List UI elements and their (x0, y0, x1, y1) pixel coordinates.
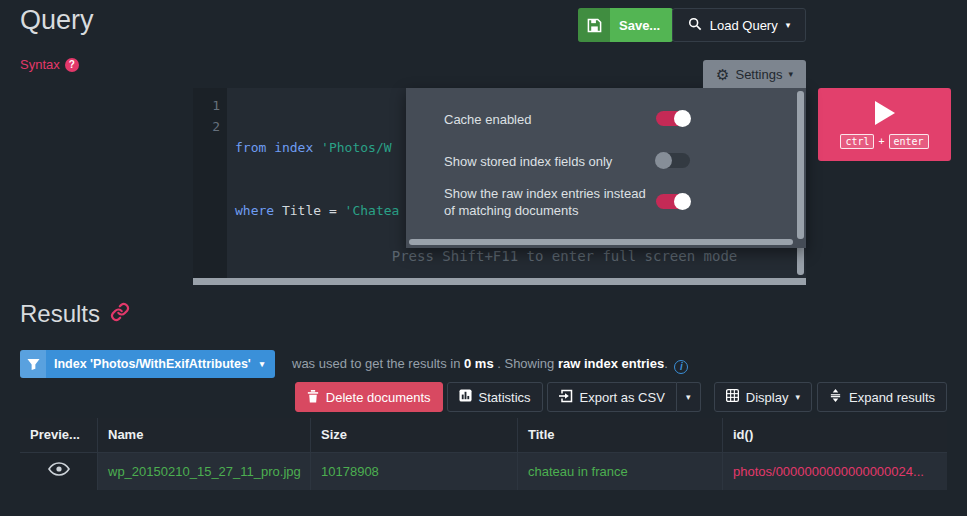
delete-documents-button[interactable]: Delete documents (295, 382, 443, 412)
page-title: Query (20, 5, 94, 36)
editor-code[interactable]: from index 'Photos/W where Title = 'Chat… (235, 95, 399, 263)
save-icon (578, 8, 610, 42)
toggle-knob (674, 110, 691, 127)
column-header-preview[interactable]: Previe... (20, 418, 97, 452)
results-table: Previe... Name Size Title id() wp_201502… (20, 418, 947, 490)
search-icon (688, 17, 702, 34)
export-csv-label: Export as CSV (580, 390, 665, 405)
syntax-help-link[interactable]: Syntax ? (20, 57, 79, 72)
kbd-ctrl: ctrl (840, 134, 874, 149)
line-number: 2 (193, 116, 220, 137)
results-info-text: was used to get the results in 0 ms . Sh… (292, 350, 688, 378)
chevron-down-icon: ▾ (795, 393, 800, 402)
export-icon (559, 389, 573, 406)
help-icon: ? (65, 58, 79, 72)
save-button[interactable]: Save... (578, 8, 673, 42)
editor-horizontal-scrollbar[interactable] (193, 278, 806, 285)
code-line-2: where Title = 'Chatea (235, 200, 399, 221)
export-options-button[interactable]: ▾ (677, 382, 701, 412)
toggle-cache-enabled[interactable] (656, 111, 690, 126)
grid-icon (726, 389, 739, 405)
column-header-title[interactable]: Title (517, 418, 722, 452)
chevron-down-icon: ▾ (260, 360, 265, 369)
statistics-button[interactable]: Statistics (447, 382, 543, 412)
delete-documents-label: Delete documents (326, 390, 431, 405)
settings-dropdown: Cache enabled Show stored index fields o… (406, 88, 806, 248)
statistics-icon (459, 389, 472, 405)
column-header-name[interactable]: Name (97, 418, 310, 452)
results-title-text: Results (20, 300, 100, 328)
query-time: 0 ms (464, 356, 494, 371)
run-shortcut: ctrl + enter (840, 134, 928, 149)
gear-icon: ⚙ (716, 67, 729, 82)
results-heading: Results (20, 300, 130, 328)
link-icon[interactable] (110, 300, 130, 328)
setting-label-stored-fields: Show stored index fields only (444, 153, 612, 170)
table-row: wp_20150210_15_27_11_pro.jpg 10178908 ch… (20, 452, 947, 490)
toggle-knob (674, 193, 691, 210)
column-header-id[interactable]: id() (722, 418, 947, 452)
kbd-plus: + (878, 136, 884, 147)
settings-button[interactable]: ⚙ Settings ▾ (703, 60, 806, 88)
expand-results-button[interactable]: Expand results (817, 382, 947, 412)
setting-label-raw-entries: Show the raw index entries instead of ma… (444, 185, 649, 219)
raw-entries-highlight: raw index entries (558, 356, 664, 371)
statistics-label: Statistics (479, 390, 531, 405)
info-icon[interactable]: i (674, 360, 688, 374)
load-query-label: Load Query (710, 18, 778, 33)
cell-document-id-link[interactable]: photos/0000000000000000024... (722, 453, 947, 490)
run-query-button[interactable]: ctrl + enter (818, 88, 951, 161)
index-used-button[interactable]: Index 'Photos/WithExifAttributes' ▾ (20, 350, 275, 378)
cell-name-link[interactable]: wp_20150210_15_27_11_pro.jpg (97, 453, 310, 490)
expand-icon (829, 389, 842, 405)
editor-gutter: 1 2 (193, 88, 227, 285)
results-toolbar: Delete documents Statistics Export as CS… (290, 382, 947, 412)
export-button-group: Export as CSV ▾ (547, 382, 701, 412)
column-header-size[interactable]: Size (310, 418, 517, 452)
setting-label-cache: Cache enabled (444, 111, 531, 128)
save-button-label: Save... (619, 18, 660, 33)
export-csv-button[interactable]: Export as CSV (547, 382, 677, 412)
preview-eye-button[interactable] (20, 453, 97, 490)
toggle-knob (655, 152, 672, 169)
display-label: Display (746, 390, 789, 405)
chevron-down-icon: ▾ (788, 70, 793, 79)
dropdown-horizontal-scrollbar[interactable] (409, 239, 793, 245)
dropdown-vertical-scrollbar[interactable] (797, 91, 804, 239)
line-number: 1 (193, 95, 220, 116)
load-query-button[interactable]: Load Query ▾ (672, 8, 806, 42)
syntax-label: Syntax (20, 57, 60, 72)
eye-icon (48, 453, 70, 490)
toggle-raw-index-entries[interactable] (656, 194, 690, 209)
results-table-header: Previe... Name Size Title id() (20, 418, 947, 452)
chevron-down-icon: ▾ (686, 393, 691, 402)
display-button[interactable]: Display ▾ (714, 382, 812, 412)
query-page: Query Save... Load Query ▾ Syntax ? ⚙ Se… (0, 0, 967, 516)
cell-title: chateau in france (517, 453, 722, 490)
kbd-enter: enter (889, 134, 929, 149)
code-line-1: from index 'Photos/W (235, 137, 399, 158)
fullscreen-hint: Press Shift+F11 to enter full screen mod… (323, 248, 806, 264)
chevron-down-icon: ▾ (786, 21, 791, 30)
cell-size: 10178908 (310, 453, 517, 490)
index-used-label: Index 'Photos/WithExifAttributes' (54, 357, 251, 371)
toggle-stored-fields-only[interactable] (656, 153, 690, 168)
play-icon (875, 101, 895, 125)
trash-icon (307, 389, 319, 406)
settings-button-label: Settings (735, 67, 782, 82)
expand-results-label: Expand results (849, 390, 935, 405)
filter-icon (20, 350, 46, 378)
